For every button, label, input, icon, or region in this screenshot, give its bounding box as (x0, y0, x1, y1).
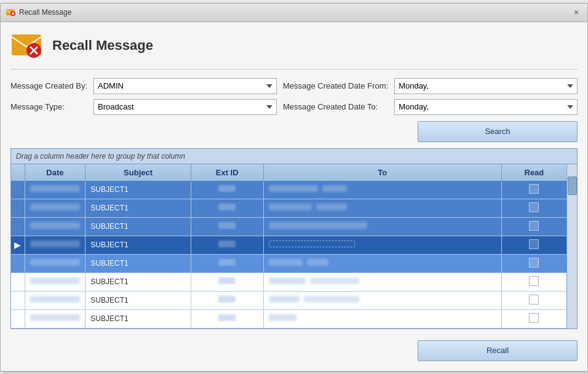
col-date[interactable]: Date (25, 164, 85, 181)
row-to (263, 273, 501, 291)
row-to (263, 199, 501, 217)
row-date (25, 273, 85, 291)
col-extid[interactable]: Ext ID (191, 164, 263, 181)
message-type-select[interactable]: Broadcast (93, 99, 277, 115)
row-arrow (11, 309, 25, 328)
header-icon (10, 30, 42, 62)
date-from-select[interactable]: Monday, (394, 78, 578, 94)
row-to (263, 254, 501, 273)
col-to[interactable]: To (263, 164, 501, 181)
group-header-hint: Drag a column header here to group by th… (11, 149, 577, 164)
recall-button[interactable]: Recall (418, 340, 578, 361)
row-subject: SUBJECT1 (85, 309, 191, 328)
search-row: Search (10, 121, 578, 142)
row-extid (191, 236, 263, 254)
form-grid: Message Created By: ADMIN Message Create… (10, 78, 578, 115)
row-extid (191, 181, 263, 199)
recall-message-window: Recall Message × Recall Message Message … (0, 3, 588, 372)
search-button[interactable]: Search (418, 121, 578, 142)
app-icon (6, 7, 15, 17)
table-row[interactable]: SUBJECT1 (11, 309, 566, 328)
row-read (501, 254, 566, 273)
col-read[interactable]: Read (501, 164, 566, 181)
table-header-row: Date Subject Ext ID To Read (11, 164, 566, 181)
row-to (263, 309, 501, 328)
row-subject: SUBJECT1 (85, 217, 191, 236)
header-title: Recall Message (52, 38, 153, 54)
table-row[interactable]: SUBJECT1 (11, 273, 566, 291)
table-row[interactable]: SUBJECT1 (11, 291, 566, 309)
date-to-select[interactable]: Monday, (394, 99, 578, 115)
row-arrow (11, 217, 25, 236)
table-container: Drag a column header here to group by th… (10, 148, 578, 329)
row-arrow (11, 273, 25, 291)
close-button[interactable]: × (570, 6, 582, 18)
row-to (263, 236, 501, 254)
table-row[interactable]: SUBJECT1 (11, 217, 566, 236)
table-row[interactable]: SUBJECT1 (11, 254, 566, 273)
row-subject: SUBJECT1 (85, 236, 191, 254)
row-arrow (11, 199, 25, 217)
row-date (25, 181, 85, 199)
row-extid (191, 291, 263, 309)
row-date (25, 254, 85, 273)
row-extid (191, 309, 263, 328)
row-arrow (11, 291, 25, 309)
vertical-scrollbar[interactable] (566, 164, 577, 328)
row-extid (191, 217, 263, 236)
row-arrow (11, 181, 25, 199)
row-read (501, 217, 566, 236)
table-with-scrollbar: Date Subject Ext ID To Read (11, 164, 577, 328)
row-to (263, 217, 501, 236)
row-to (263, 181, 501, 199)
row-date (25, 217, 85, 236)
col-subject[interactable]: Subject (85, 164, 191, 181)
row-subject: SUBJECT1 (85, 291, 191, 309)
row-to (263, 291, 501, 309)
row-read (501, 309, 566, 328)
header-section: Recall Message (10, 30, 578, 70)
table-scroll-area[interactable]: Date Subject Ext ID To Read (11, 164, 566, 328)
row-subject: SUBJECT1 (85, 273, 191, 291)
row-arrow (11, 254, 25, 273)
row-extid (191, 273, 263, 291)
main-content: Recall Message Message Created By: ADMIN… (1, 22, 587, 371)
title-bar: Recall Message × (1, 4, 587, 22)
row-subject: SUBJECT1 (85, 181, 191, 199)
row-extid (191, 199, 263, 217)
row-arrow: ▶ (11, 236, 25, 254)
col-arrow (11, 164, 25, 181)
table-row[interactable]: SUBJECT1 (11, 181, 566, 199)
row-extid (191, 254, 263, 273)
row-date (25, 291, 85, 309)
title-bar-text: Recall Message (19, 8, 71, 17)
created-by-select[interactable]: ADMIN (93, 78, 277, 94)
row-date (25, 309, 85, 328)
footer-row: Recall (10, 335, 578, 364)
row-read (501, 199, 566, 217)
table-row[interactable]: ▶ SUBJECT1 (11, 236, 566, 254)
row-subject: SUBJECT1 (85, 254, 191, 273)
row-read (501, 236, 566, 254)
message-type-label: Message Type: (10, 102, 87, 111)
date-from-label: Message Created Date From: (283, 81, 388, 90)
messages-table: Date Subject Ext ID To Read (11, 164, 566, 328)
row-read (501, 181, 566, 199)
title-bar-left: Recall Message (6, 7, 71, 17)
row-date (25, 236, 85, 254)
table-row[interactable]: SUBJECT1 (11, 199, 566, 217)
date-to-label: Message Created Date To: (283, 102, 388, 111)
scrollbar-thumb[interactable] (568, 177, 577, 195)
row-read (501, 273, 566, 291)
row-date (25, 199, 85, 217)
row-subject: SUBJECT1 (85, 199, 191, 217)
created-by-label: Message Created By: (10, 81, 87, 90)
row-read (501, 291, 566, 309)
